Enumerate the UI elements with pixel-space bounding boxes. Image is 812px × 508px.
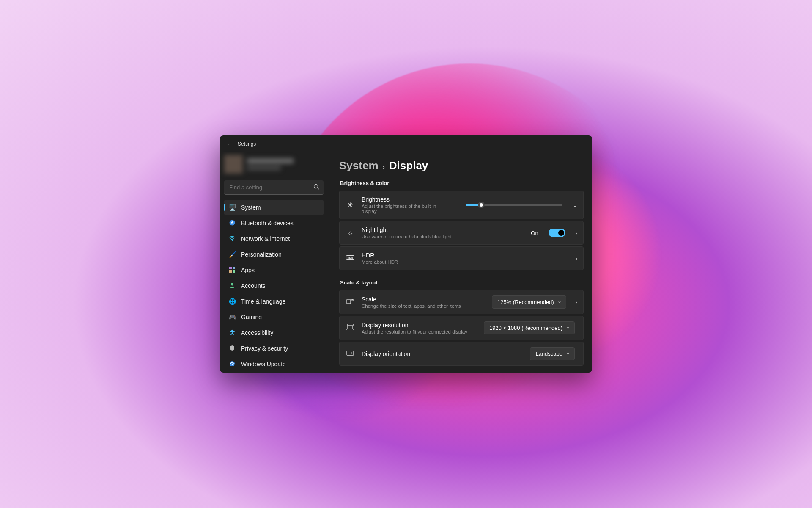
bluetooth-icon (228, 220, 236, 227)
chevron-down-icon[interactable]: ⌄ (573, 202, 577, 208)
svg-rect-11 (233, 270, 235, 273)
svg-rect-17 (347, 300, 351, 304)
night-light-icon: ☼ (346, 229, 355, 237)
sidebar-item-system[interactable]: 🖥️ System (224, 200, 324, 215)
person-icon (228, 282, 236, 290)
brightness-slider[interactable] (466, 204, 562, 206)
night-light-title: Night light (362, 226, 452, 233)
minimize-icon (541, 142, 546, 146)
orientation-row[interactable]: Display orientation Landscape (339, 342, 584, 366)
brightness-title: Brightness (362, 196, 452, 203)
back-button[interactable]: ← (224, 141, 236, 147)
globe-clock-icon: 🌐 (228, 298, 236, 305)
orientation-icon (346, 350, 355, 358)
sidebar-item-time-language[interactable]: 🌐 Time & language (224, 294, 324, 309)
svg-rect-8 (229, 267, 232, 269)
search-input[interactable] (224, 180, 324, 195)
wifi-icon (228, 235, 236, 243)
sidebar-item-label: Personalization (241, 251, 282, 258)
nav-list: 🖥️ System Bluetooth & devices Network & … (224, 200, 324, 372)
sidebar-item-label: Gaming (241, 314, 262, 320)
user-profile[interactable] (224, 152, 324, 176)
svg-point-7 (232, 240, 233, 241)
night-light-sub: Use warmer colors to help block blue lig… (362, 234, 452, 239)
sidebar-item-label: Accessibility (241, 329, 273, 336)
scale-sub: Change the size of text, apps, and other… (362, 304, 461, 309)
svg-text:HDR: HDR (348, 257, 354, 259)
search-box[interactable] (224, 180, 324, 195)
sidebar-item-gaming[interactable]: 🎮 Gaming (224, 309, 324, 325)
maximize-button[interactable] (553, 135, 573, 152)
sidebar-item-personalization[interactable]: 🖌️ Personalization (224, 247, 324, 262)
chevron-right-icon: › (383, 163, 385, 171)
scale-title: Scale (362, 296, 461, 303)
resolution-select[interactable]: 1920 × 1080 (Recommended) (484, 321, 575, 334)
orientation-select[interactable]: Landscape (530, 347, 575, 360)
sidebar-item-accessibility[interactable]: Accessibility (224, 325, 324, 340)
main-content: System › Display Brightness & color ☀ Br… (328, 152, 592, 373)
svg-point-13 (231, 329, 233, 331)
section-scale-layout: Scale & layout (340, 279, 584, 286)
accessibility-icon (228, 329, 236, 337)
page-title: Display (389, 159, 428, 172)
breadcrumb-parent[interactable]: System (339, 159, 379, 172)
svg-rect-9 (233, 267, 235, 269)
sidebar-item-accounts[interactable]: Accounts (224, 278, 324, 293)
svg-point-12 (231, 283, 233, 285)
gamepad-icon: 🎮 (228, 314, 236, 320)
scale-select[interactable]: 125% (Recommended) (492, 295, 566, 309)
svg-rect-1 (561, 142, 565, 146)
chevron-right-icon[interactable]: › (576, 299, 577, 305)
sidebar-item-label: Apps (241, 267, 255, 273)
scale-icon (346, 298, 355, 307)
close-button[interactable] (573, 135, 592, 152)
paintbrush-icon: 🖌️ (228, 251, 236, 258)
search-icon (313, 184, 319, 191)
apps-icon (228, 267, 236, 274)
night-light-state: On (531, 230, 538, 236)
window-title: Settings (238, 141, 256, 147)
avatar (224, 155, 243, 174)
svg-rect-10 (229, 270, 232, 273)
resolution-sub: Adjust the resolution to fit your connec… (362, 329, 467, 334)
sidebar-item-privacy[interactable]: Privacy & security (224, 341, 324, 356)
hdr-sub: More about HDR (362, 260, 398, 265)
svg-line-5 (318, 188, 319, 190)
night-light-toggle[interactable] (549, 229, 565, 237)
resolution-icon (346, 324, 355, 332)
sidebar-item-label: Accounts (241, 282, 266, 289)
scale-row[interactable]: Scale Change the size of text, apps, and… (339, 290, 584, 314)
night-light-row[interactable]: ☼ Night light Use warmer colors to help … (339, 221, 584, 245)
orientation-title: Display orientation (362, 351, 410, 357)
sidebar-item-bluetooth[interactable]: Bluetooth & devices (224, 215, 324, 231)
svg-point-4 (314, 185, 318, 188)
sidebar-item-label: Bluetooth & devices (241, 220, 294, 226)
brightness-icon: ☀ (346, 201, 355, 209)
minimize-button[interactable] (534, 135, 553, 152)
breadcrumb: System › Display (339, 159, 584, 172)
svg-rect-18 (348, 326, 353, 329)
hdr-icon: HDR (346, 254, 355, 262)
system-icon: 🖥️ (228, 204, 236, 211)
sidebar-item-label: System (241, 204, 261, 211)
section-brightness-color: Brightness & color (340, 180, 584, 186)
chevron-right-icon[interactable]: › (576, 230, 577, 236)
hdr-row[interactable]: HDR HDR More about HDR › (339, 246, 584, 270)
brightness-sub: Adjust the brightness of the built-in di… (362, 204, 452, 214)
sidebar-item-apps[interactable]: Apps (224, 262, 324, 278)
sidebar: 🖥️ System Bluetooth & devices Network & … (220, 152, 328, 373)
settings-window: ← Settings (220, 135, 592, 373)
sidebar-item-network[interactable]: Network & internet (224, 231, 324, 246)
chevron-right-icon[interactable]: › (576, 255, 577, 262)
sidebar-item-label: Time & language (241, 298, 285, 305)
sidebar-item-label: Privacy & security (241, 345, 288, 352)
update-icon (228, 361, 236, 368)
maximize-icon (561, 142, 565, 146)
resolution-row[interactable]: Display resolution Adjust the resolution… (339, 316, 584, 340)
brightness-row[interactable]: ☀ Brightness Adjust the brightness of th… (339, 190, 584, 219)
shield-icon (228, 345, 236, 352)
sidebar-item-label: Windows Update (241, 361, 286, 367)
hdr-title: HDR (362, 252, 398, 259)
resolution-title: Display resolution (362, 322, 467, 329)
sidebar-item-windows-update[interactable]: Windows Update (224, 356, 324, 372)
